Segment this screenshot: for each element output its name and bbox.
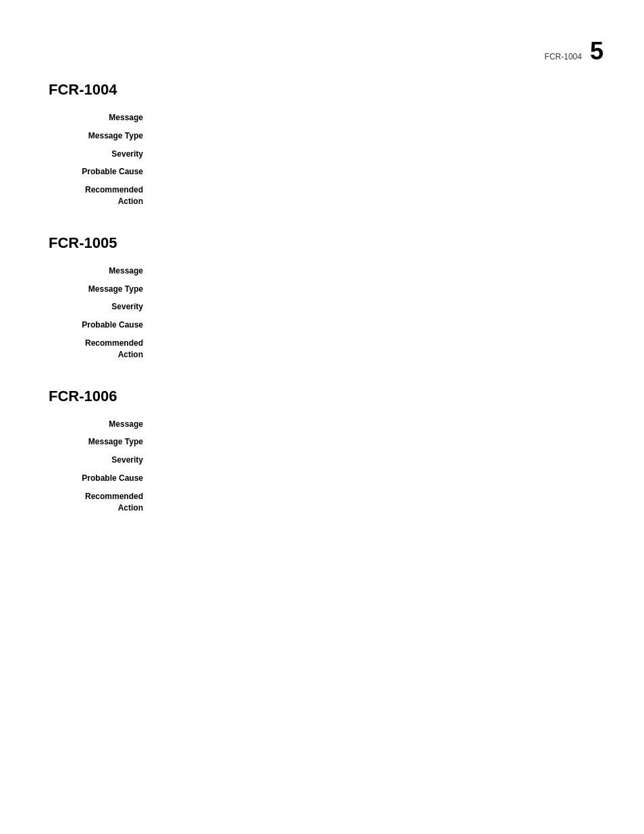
section-fcr-1004: FCR-1004 Message Message Type Severity P…: [49, 81, 590, 207]
field-value-severity-1004: [143, 149, 590, 160]
field-label-recommended-action-1006: Recommended Action: [49, 491, 143, 514]
main-content: FCR-1004 Message Message Type Severity P…: [0, 0, 644, 513]
field-row-probable-cause-1005: Probable Cause: [49, 319, 590, 331]
field-value-recommended-action-1004: [143, 184, 590, 207]
header-code: FCR-1004: [545, 52, 582, 61]
field-row-probable-cause-1006: Probable Cause: [49, 473, 590, 484]
field-value-recommended-action-1005: [143, 338, 590, 361]
section-title-fcr-1005: FCR-1005: [49, 234, 590, 252]
field-label-probable-cause-1004: Probable Cause: [49, 166, 143, 178]
field-value-message-type-1006: [143, 436, 590, 448]
section-fcr-1005: FCR-1005 Message Message Type Severity P…: [49, 234, 590, 361]
field-label-message-type-1004: Message Type: [49, 130, 143, 142]
header-page-number: 5: [590, 37, 603, 66]
field-label-probable-cause-1005: Probable Cause: [49, 319, 143, 331]
field-row-recommended-action-1004: Recommended Action: [49, 184, 590, 207]
field-label-severity-1005: Severity: [49, 301, 143, 313]
field-value-recommended-action-1006: [143, 491, 590, 514]
section-fcr-1006: FCR-1006 Message Message Type Severity P…: [49, 388, 590, 514]
field-row-message-type-1005: Message Type: [49, 284, 590, 295]
field-row-recommended-action-1005: Recommended Action: [49, 338, 590, 361]
section-title-fcr-1006: FCR-1006: [49, 388, 590, 405]
field-value-probable-cause-1006: [143, 473, 590, 484]
field-value-message-type-1005: [143, 284, 590, 295]
field-row-severity-1005: Severity: [49, 301, 590, 313]
field-label-severity-1004: Severity: [49, 149, 143, 160]
field-value-message-1005: [143, 265, 590, 277]
field-label-message-1006: Message: [49, 419, 143, 430]
field-label-message-1004: Message: [49, 112, 143, 124]
field-row-message-type-1004: Message Type: [49, 130, 590, 142]
field-value-probable-cause-1004: [143, 166, 590, 178]
field-row-severity-1004: Severity: [49, 149, 590, 160]
field-value-severity-1006: [143, 454, 590, 466]
page-header: FCR-1004 5: [545, 37, 603, 66]
field-label-message-type-1005: Message Type: [49, 284, 143, 295]
field-row-recommended-action-1006: Recommended Action: [49, 491, 590, 514]
field-value-message-type-1004: [143, 130, 590, 142]
field-label-probable-cause-1006: Probable Cause: [49, 473, 143, 484]
field-value-message-1004: [143, 112, 590, 124]
field-label-severity-1006: Severity: [49, 454, 143, 466]
field-row-probable-cause-1004: Probable Cause: [49, 166, 590, 178]
field-label-message-type-1006: Message Type: [49, 436, 143, 448]
field-row-message-1005: Message: [49, 265, 590, 277]
field-label-recommended-action-1004: Recommended Action: [49, 184, 143, 207]
field-value-severity-1005: [143, 301, 590, 313]
section-title-fcr-1004: FCR-1004: [49, 81, 590, 99]
field-row-message-1004: Message: [49, 112, 590, 124]
field-label-recommended-action-1005: Recommended Action: [49, 338, 143, 361]
field-row-severity-1006: Severity: [49, 454, 590, 466]
field-value-message-1006: [143, 419, 590, 430]
field-label-message-1005: Message: [49, 265, 143, 277]
field-row-message-1006: Message: [49, 419, 590, 430]
field-row-message-type-1006: Message Type: [49, 436, 590, 448]
field-value-probable-cause-1005: [143, 319, 590, 331]
